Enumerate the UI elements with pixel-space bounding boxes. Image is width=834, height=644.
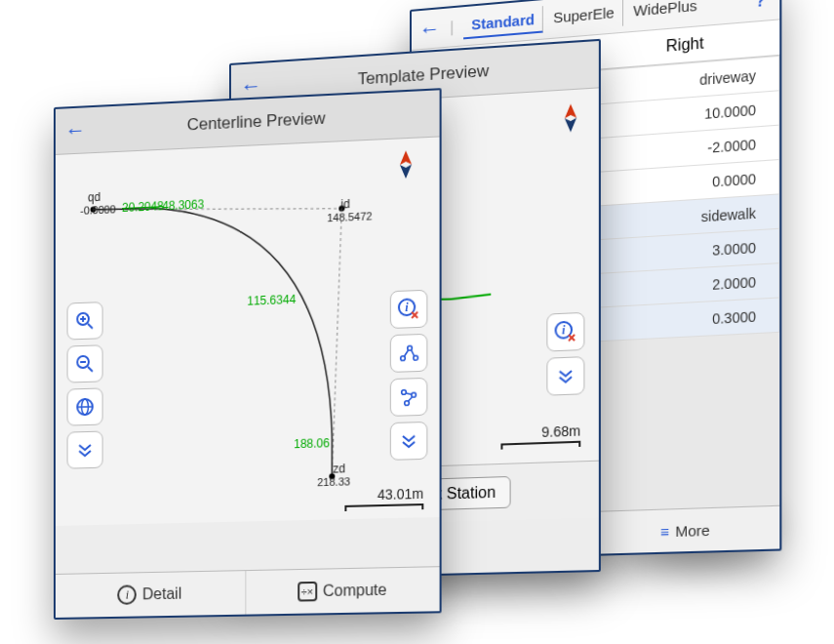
- svg-line-37: [406, 393, 412, 395]
- label-qd-val: -0.0000: [80, 203, 115, 217]
- scale-value: 9.68m: [541, 423, 580, 440]
- scale-value: 43.01m: [377, 486, 423, 503]
- label-mid: 115.6344: [247, 293, 296, 308]
- label-zd-val: 218.33: [317, 475, 350, 488]
- expand-down-button[interactable]: [67, 431, 103, 469]
- compute-icon: ÷×: [298, 582, 317, 602]
- nodes-button[interactable]: [390, 378, 428, 417]
- polyline-button[interactable]: [390, 334, 428, 373]
- compute-label: Compute: [323, 582, 386, 601]
- tab-wideplus[interactable]: WidePlus: [625, 0, 705, 25]
- back-arrow-icon[interactable]: ←: [65, 117, 86, 143]
- zoom-in-button[interactable]: [67, 302, 103, 340]
- svg-point-30: [408, 345, 413, 350]
- label-g2: 48.3063: [162, 197, 204, 213]
- compute-button[interactable]: ÷× Compute: [246, 567, 440, 614]
- label-zd: zd: [333, 462, 345, 476]
- label-low: 188.06: [294, 436, 330, 451]
- label-qd: qd: [88, 190, 100, 205]
- detail-button[interactable]: i Detail: [56, 571, 246, 618]
- panel-centerline-preview: ← Centerline Preview qd -0.0000 20.2048 …: [54, 88, 442, 620]
- label-jd: jd: [340, 197, 349, 212]
- svg-line-3: [452, 295, 491, 300]
- globe-button[interactable]: [67, 387, 103, 425]
- footer-bar: i Detail ÷× Compute: [56, 566, 440, 618]
- label-jd-val: 148.5472: [327, 210, 372, 223]
- compass-icon: [561, 103, 581, 137]
- svg-point-35: [412, 392, 417, 397]
- svg-line-32: [405, 350, 409, 356]
- svg-point-34: [402, 390, 407, 395]
- label-g1: 20.2048: [122, 199, 164, 215]
- page-title: Centerline Preview: [86, 103, 429, 140]
- tab-superele[interactable]: SuperEle: [545, 0, 623, 32]
- svg-line-38: [409, 397, 413, 401]
- svg-text:i: i: [405, 301, 409, 315]
- info-button[interactable]: i: [390, 290, 428, 329]
- more-button[interactable]: ≡ More: [592, 506, 779, 554]
- detail-label: Detail: [142, 585, 181, 604]
- right-tools: i: [390, 290, 428, 466]
- svg-marker-1: [565, 118, 576, 133]
- expand-down-button[interactable]: [546, 356, 584, 396]
- back-arrow-icon[interactable]: ←: [241, 73, 261, 100]
- back-arrow-icon[interactable]: ←: [419, 16, 441, 43]
- svg-point-31: [414, 355, 418, 360]
- left-tools: [67, 302, 103, 475]
- svg-line-18: [88, 324, 93, 329]
- svg-text:i: i: [562, 323, 566, 338]
- centerline-canvas[interactable]: qd -0.0000 20.2048 48.3063 jd 148.5472 1…: [56, 138, 440, 526]
- svg-marker-0: [565, 103, 576, 118]
- svg-line-21: [88, 367, 93, 372]
- more-icon: ≡: [660, 522, 669, 540]
- zoom-out-button[interactable]: [67, 344, 103, 382]
- more-label: More: [675, 521, 710, 540]
- scale-bar: 9.68m: [500, 423, 580, 449]
- tool-column: i: [546, 312, 584, 402]
- help-icon[interactable]: ?: [749, 0, 772, 11]
- info-icon: i: [118, 584, 138, 604]
- tab-standard[interactable]: Standard: [463, 6, 543, 39]
- scale-bar: 43.01m: [344, 486, 423, 511]
- svg-line-13: [332, 209, 341, 477]
- svg-line-33: [412, 350, 415, 356]
- svg-point-36: [405, 401, 410, 406]
- expand-down-button[interactable]: [390, 422, 428, 461]
- svg-point-29: [401, 356, 406, 361]
- info-button[interactable]: i: [546, 312, 584, 352]
- centerline-curve: [56, 138, 440, 523]
